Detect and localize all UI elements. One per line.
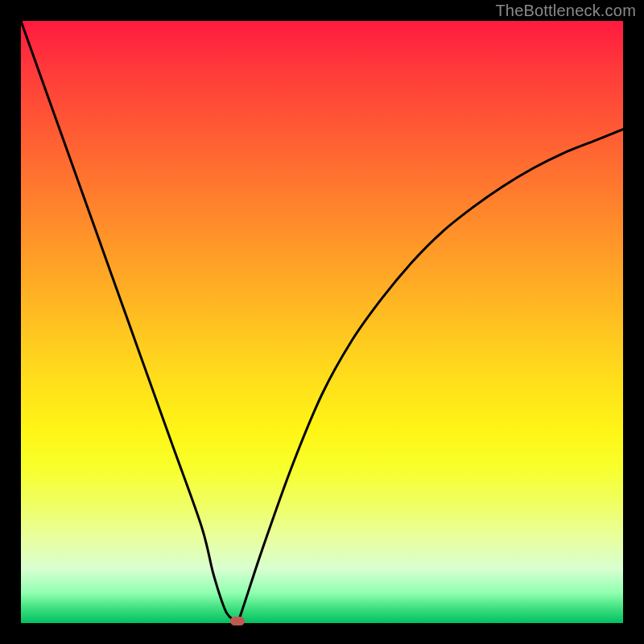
plot-area [21, 21, 623, 623]
chart-frame: TheBottleneck.com [0, 0, 644, 644]
optimal-point-marker [230, 617, 245, 625]
bottleneck-curve [21, 21, 623, 623]
watermark-text: TheBottleneck.com [495, 2, 636, 20]
